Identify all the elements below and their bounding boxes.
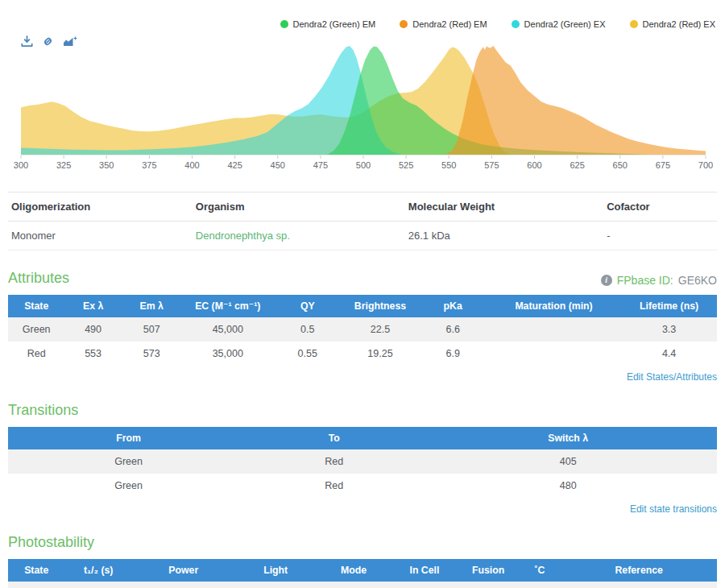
state-header: State bbox=[8, 295, 64, 317]
legend-label: Dendra2 (Red) EM bbox=[412, 19, 487, 29]
cell: Widefield bbox=[317, 582, 391, 588]
table-row: Red 553 573 35,000 0.55 19.25 6.9 4.4 bbox=[8, 342, 717, 366]
chart-legend: Dendra2 (Green) EM Dendra2 (Red) EM Dend… bbox=[280, 19, 715, 29]
cell: 6.9 bbox=[419, 342, 487, 366]
photostability-section-head: Photostability bbox=[8, 534, 717, 551]
switch-lambda-header: Switch λ bbox=[419, 427, 717, 449]
edit-state-transitions-link[interactable]: Edit state transitions bbox=[630, 503, 717, 515]
cell: Red bbox=[8, 342, 64, 366]
molecular-weight-value: 26.1 kDa bbox=[405, 222, 603, 251]
cell: 507 bbox=[122, 317, 182, 342]
celsius-header: ˚C bbox=[519, 559, 561, 582]
x-tick-label: 525 bbox=[399, 160, 413, 170]
cell: 490 bbox=[64, 317, 121, 342]
attributes-heading: Attributes bbox=[8, 270, 69, 287]
cell: 0.5 bbox=[274, 317, 342, 342]
legend-item-green-em[interactable]: Dendra2 (Green) EM bbox=[280, 19, 376, 29]
transitions-section-head: Transitions bbox=[8, 402, 717, 419]
link-icon[interactable] bbox=[42, 35, 54, 48]
x-tick-label: 475 bbox=[313, 160, 328, 170]
legend-item-green-ex[interactable]: Dendra2 (Green) EX bbox=[512, 19, 606, 29]
organism-link[interactable]: Dendronephthya sp. bbox=[196, 230, 290, 242]
x-tick-label: 700 bbox=[698, 160, 713, 170]
fpbase-id-value: GE6KO bbox=[678, 274, 717, 287]
download-icon[interactable] bbox=[21, 35, 33, 48]
legend-swatch bbox=[630, 20, 638, 28]
cell: 35,000 bbox=[182, 342, 274, 366]
legend-label: Dendra2 (Green) EX bbox=[524, 19, 606, 29]
cell bbox=[458, 582, 519, 588]
cell bbox=[487, 317, 621, 342]
ex-lambda-header: Ex λ bbox=[64, 295, 121, 317]
cell: Arc-lamp bbox=[235, 582, 317, 588]
cell: Green bbox=[8, 317, 64, 342]
light-header: Light bbox=[235, 559, 317, 582]
oligomerization-header: Oligomerization bbox=[8, 193, 193, 222]
lifetime-header: Lifetime (ns) bbox=[621, 295, 717, 317]
cell: 30.0 bbox=[64, 582, 132, 588]
attributes-section-head: Attributes i FPbase ID: GE6KO bbox=[8, 270, 717, 287]
x-tick-label: 650 bbox=[613, 160, 628, 170]
attributes-edit-row: Edit States/Attributes bbox=[8, 371, 717, 383]
spectra-chart[interactable]: 3003253503754004254504755005255505756006… bbox=[8, 3, 717, 176]
photostability-table: State t₁/₂ (s) Power Light Mode In Cell … bbox=[8, 559, 717, 588]
cell bbox=[487, 342, 621, 366]
x-tick-label: 300 bbox=[14, 160, 28, 170]
cell: 6.6 bbox=[419, 317, 487, 342]
fpbase-id: i FPbase ID: GE6KO bbox=[601, 274, 717, 287]
table-row: Green 30.0 4.4 (mW/cm2) Arc-lamp Widefie… bbox=[8, 582, 717, 588]
legend-item-red-ex[interactable]: Dendra2 (Red) EX bbox=[630, 19, 716, 29]
cell: 480 bbox=[419, 474, 717, 498]
cell: 0.55 bbox=[274, 342, 342, 366]
cell: 553 bbox=[64, 342, 121, 366]
fusion-header: Fusion bbox=[458, 559, 519, 582]
cell: Red bbox=[249, 449, 419, 474]
legend-item-red-em[interactable]: Dendra2 (Red) EM bbox=[400, 19, 487, 29]
table-row: Green Red 480 bbox=[8, 474, 717, 498]
pka-header: pKa bbox=[419, 295, 487, 317]
protein-info-table: Oligomerization Organism Molecular Weigh… bbox=[8, 192, 717, 251]
table-header-row: State t₁/₂ (s) Power Light Mode In Cell … bbox=[8, 559, 717, 582]
x-tick-label: 450 bbox=[271, 160, 285, 170]
x-tick-label: 500 bbox=[356, 160, 371, 170]
legend-swatch bbox=[280, 20, 288, 28]
chart-toolbar bbox=[21, 35, 78, 48]
x-tick-label: 550 bbox=[441, 160, 456, 170]
to-header: To bbox=[249, 427, 419, 449]
cell: 3.3 bbox=[621, 317, 717, 342]
qy-header: QY bbox=[274, 295, 342, 317]
cofactor-header: Cofactor bbox=[603, 193, 717, 222]
x-tick-label: 675 bbox=[656, 160, 670, 170]
x-tick-label: 400 bbox=[184, 160, 199, 170]
info-icon[interactable]: i bbox=[601, 275, 612, 286]
legend-label: Dendra2 (Green) EM bbox=[293, 19, 376, 29]
from-header: From bbox=[8, 427, 249, 449]
oligomerization-value: Monomer bbox=[8, 222, 193, 251]
molecular-weight-header: Molecular Weight bbox=[405, 193, 603, 222]
legend-label: Dendra2 (Red) EX bbox=[643, 19, 716, 29]
cell: 19.25 bbox=[342, 342, 420, 366]
em-lambda-header: Em λ bbox=[122, 295, 182, 317]
x-tick-label: 600 bbox=[527, 160, 541, 170]
table-row: Monomer Dendronephthya sp. 26.1 kDa - bbox=[8, 222, 717, 251]
in-cell-header: In Cell bbox=[391, 559, 458, 582]
x-tick-label: 375 bbox=[142, 160, 156, 170]
photostability-heading: Photostability bbox=[8, 534, 94, 551]
organism-header: Organism bbox=[193, 193, 405, 222]
spectra-chart-section: Dendra2 (Green) EM Dendra2 (Red) EM Dend… bbox=[8, 3, 717, 176]
x-tick-label: 350 bbox=[99, 160, 114, 170]
cell: Green bbox=[8, 474, 249, 498]
legend-swatch bbox=[400, 20, 408, 28]
edit-states-attributes-link[interactable]: Edit States/Attributes bbox=[627, 371, 717, 383]
state-header: State bbox=[8, 559, 64, 582]
power-header: Power bbox=[132, 559, 235, 582]
table-row: Green 490 507 45,000 0.5 22.5 6.6 3.3 bbox=[8, 317, 717, 342]
x-tick-label: 625 bbox=[570, 160, 584, 170]
table-header-row: From To Switch λ bbox=[8, 427, 717, 449]
protein-detail-page: Dendra2 (Green) EM Dendra2 (Red) EM Dend… bbox=[0, 0, 725, 588]
cell: Green bbox=[8, 449, 249, 474]
cell: 4.4 bbox=[621, 342, 717, 366]
fpbase-id-label: FPbase ID: bbox=[617, 274, 673, 287]
add-spectrum-chart-icon[interactable] bbox=[63, 35, 78, 48]
cell: 573 bbox=[122, 342, 182, 366]
